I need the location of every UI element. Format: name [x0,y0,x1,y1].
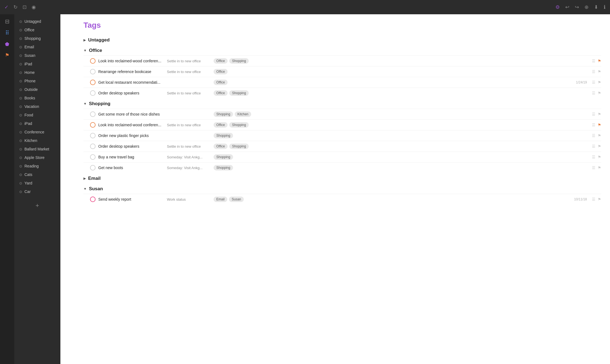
task-circle[interactable] [90,144,96,149]
task-tag: Office [214,122,228,128]
task-circle[interactable] [90,111,96,117]
task-circle[interactable] [90,58,96,64]
sidebar-item-susan[interactable]: ⊙Susan [16,51,59,60]
task-rows-susan: Send weekly report Work status EmailSusa… [83,194,601,205]
task-tag: Shopping [229,58,249,64]
section-header-susan[interactable]: ▼ Susan [83,183,601,194]
note-icon[interactable]: ☰ [592,133,595,138]
info-icon[interactable]: ℹ [604,4,606,10]
task-actions: ☰ ⚑ [592,166,601,170]
task-row: Get some more of those nice dishes Shopp… [83,109,601,119]
task-actions: ☰ ⚑ [592,69,601,74]
sidebar-item-phone[interactable]: ⊙Phone [16,77,59,85]
sidebar-item-cats[interactable]: ⊙Cats [16,170,59,179]
sidebar-item-books[interactable]: ⊙Books [16,94,59,102]
flag-icon[interactable]: ⚑ [598,59,601,63]
flag-icon[interactable]: ⚑ [598,197,601,201]
note-icon[interactable]: ☰ [592,69,595,74]
tags-nav-icon[interactable]: ⬟ [5,41,9,47]
download-icon[interactable]: ⬇ [594,4,598,10]
note-icon[interactable]: ☰ [592,80,595,85]
task-circle[interactable] [90,80,96,85]
task-circle[interactable] [90,154,96,160]
task-row: Rearrange reference bookcase Settle in t… [83,66,601,77]
note-icon[interactable]: ☰ [592,123,595,127]
task-tag: Shopping [214,111,233,117]
section-chevron-shopping: ▼ [83,102,87,106]
redo-icon[interactable]: ↪ [575,4,579,10]
note-icon[interactable]: ☰ [592,59,595,63]
sidebar-item-home[interactable]: ⊙Home [16,68,59,77]
check-icon[interactable]: ✓ [4,4,9,10]
section-chevron-office: ▼ [83,49,87,52]
sidebar-item-ipad[interactable]: ⊙iPad [16,119,59,128]
sidebar-item-label: Food [24,113,33,117]
task-circle[interactable] [90,165,96,170]
inbox-nav-icon[interactable]: ⊟ [5,18,10,25]
sidebar-item-shopping[interactable]: ⊙Shopping [16,34,59,43]
undo-icon[interactable]: ↩ [565,4,569,10]
section-header-shopping[interactable]: ▼ Shopping [83,98,601,109]
note-icon[interactable]: ☰ [592,91,595,95]
task-actions: ☰ ⚑ [592,123,601,127]
task-circle[interactable] [90,69,96,74]
sidebar-item-food[interactable]: ⊙Food [16,111,59,119]
section-header-untagged[interactable]: ▶ Untagged [83,35,601,45]
tag-icon: ⊙ [19,147,22,151]
flag-icon[interactable]: ⚑ [598,144,601,149]
page-title: Tags [83,21,601,30]
settings-icon[interactable]: ⚙ [555,4,560,10]
sidebar-item-outside[interactable]: ⊙Outside [16,85,59,94]
sidebar-item-conference[interactable]: ⊙Conference [16,128,59,136]
task-name: Order desktop speakers [98,91,164,95]
flag-icon[interactable]: ⚑ [598,133,601,138]
sidebar-item-yard[interactable]: ⊙Yard [16,179,59,187]
task-actions: ☰ ⚑ [592,112,601,116]
section-title-email: Email [88,176,100,181]
tag-icon: ⊙ [19,19,22,24]
sidebar-item-ipad[interactable]: ⊙iPad [16,60,59,68]
note-icon[interactable]: ☰ [592,166,595,170]
sidebar-item-untagged[interactable]: ⊙Untagged [16,17,59,26]
view-icon[interactable]: ⊡ [23,4,27,10]
note-icon[interactable]: ☰ [592,197,595,201]
add-tag-button[interactable]: + [14,201,60,210]
task-actions: ☰ ⚑ [592,91,601,95]
section-header-email[interactable]: ▶ Email [83,173,601,183]
sidebar-item-kitchen[interactable]: ⊙Kitchen [16,136,59,145]
flag-icon[interactable]: ⚑ [598,155,601,159]
note-icon[interactable]: ☰ [592,155,595,159]
task-circle[interactable] [90,197,96,202]
add-icon[interactable]: ⊕ [584,4,589,10]
task-circle[interactable] [90,133,96,138]
flagged-nav-icon[interactable]: ⚑ [5,52,9,58]
flag-icon[interactable]: ⚑ [598,123,601,127]
note-icon[interactable]: ☰ [592,112,595,116]
task-tag: Office [214,80,228,85]
task-name: Get some more of those nice dishes [98,112,164,116]
sidebar-item-car[interactable]: ⊙Car [16,187,59,196]
flag-icon[interactable]: ⚑ [598,112,601,116]
section-header-office[interactable]: ▼ Office [83,45,601,55]
task-name: Get local restaurant recommendati... [98,80,164,85]
task-rows-shopping: Get some more of those nice dishes Shopp… [83,109,601,173]
flag-icon[interactable]: ⚑ [598,91,601,95]
sidebar-item-label: Email [24,45,34,49]
sidebar-item-reading[interactable]: ⊙Reading [16,162,59,170]
sidebar-item-vacation[interactable]: ⊙Vacation [16,102,59,111]
task-tag: Shopping [214,154,233,160]
task-circle[interactable] [90,90,96,96]
refresh-icon[interactable]: ↻ [13,4,18,10]
task-circle[interactable] [90,122,96,128]
sidebar-item-email[interactable]: ⊙Email [16,43,59,51]
eye-icon[interactable]: ◉ [32,4,36,10]
sidebar-item-label: Home [24,70,35,75]
flag-icon[interactable]: ⚑ [598,80,601,85]
projects-nav-icon[interactable]: ⠿ [5,30,9,36]
note-icon[interactable]: ☰ [592,144,595,149]
flag-icon[interactable]: ⚑ [598,166,601,170]
sidebar-item-apple-store[interactable]: ⊙Apple Store [16,153,59,162]
sidebar-item-ballard-market[interactable]: ⊙Ballard Market [16,145,59,153]
sidebar-item-office[interactable]: ⊙Office [16,26,59,34]
flag-icon[interactable]: ⚑ [598,69,601,74]
